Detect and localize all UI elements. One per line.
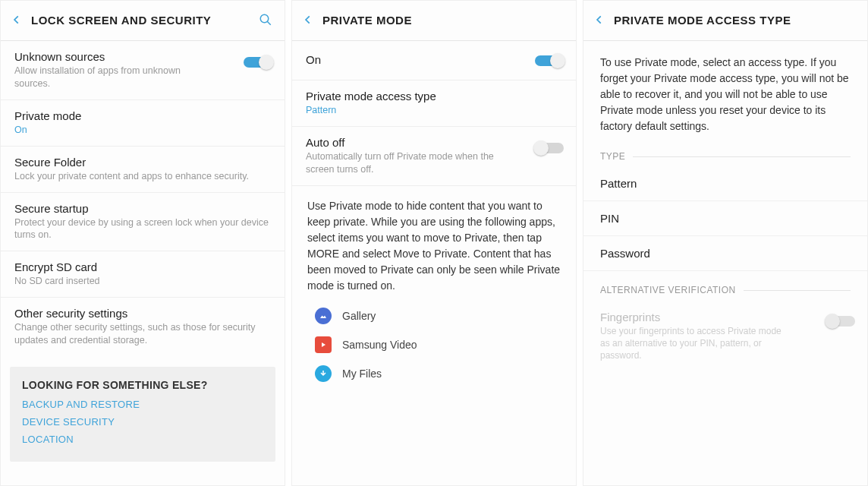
suggestion-title: LOOKING FOR SOMETHING ELSE? — [22, 379, 263, 391]
type-pattern[interactable]: Pattern — [583, 166, 867, 201]
setting-auto-off[interactable]: Auto off Automatically turn off Private … — [292, 127, 576, 186]
section-label: ALTERNATIVE VERIFICATION — [600, 285, 736, 295]
setting-title: Other security settings — [14, 307, 271, 320]
access-type-intro: To use Private mode, select an access ty… — [583, 41, 867, 144]
panel-lock-screen-security: LOCK SCREEN AND SECURITY Unknown sources… — [0, 0, 285, 486]
setting-subtitle: Lock your private content and apps to en… — [14, 170, 271, 183]
back-icon[interactable] — [590, 10, 609, 30]
app-label: My Files — [342, 368, 382, 380]
app-samsung-video: Samsung Video — [292, 330, 561, 359]
page-title: LOCK SCREEN AND SECURITY — [31, 14, 253, 27]
panel-header: PRIVATE MODE ACCESS TYPE — [583, 1, 867, 41]
back-icon[interactable] — [298, 10, 318, 30]
toggle-auto-off[interactable] — [535, 140, 564, 156]
panel-private-mode-access-type: PRIVATE MODE ACCESS TYPE To use Private … — [583, 0, 868, 486]
suggest-link-device-security[interactable]: DEVICE SECURITY — [22, 416, 263, 428]
settings-list: Unknown sources Allow installation of ap… — [1, 41, 285, 462]
app-label: Samsung Video — [342, 339, 417, 351]
suggest-link-location[interactable]: LOCATION — [22, 434, 263, 445]
toggle-unknown-sources[interactable] — [244, 55, 272, 70]
svg-line-1 — [267, 21, 271, 25]
setting-subtitle: Automatically turn off Private mode when… — [306, 150, 503, 176]
setting-title: Encrypt SD card — [14, 260, 271, 273]
setting-subtitle: Allow installation of apps from unknown … — [14, 65, 204, 90]
setting-title: On — [306, 53, 562, 66]
setting-title: Secure Folder — [14, 156, 271, 169]
setting-private-mode[interactable]: Private mode On — [1, 100, 285, 147]
setting-unknown-sources[interactable]: Unknown sources Allow installation of ap… — [1, 41, 285, 100]
setting-fingerprints: Fingerprints Use your fingerprints to ac… — [583, 300, 867, 373]
type-password[interactable]: Password — [583, 236, 867, 271]
setting-subtitle: Change other security settings, such as … — [14, 321, 271, 347]
setting-subtitle: On — [14, 124, 271, 137]
setting-other-security[interactable]: Other security settings Change other sec… — [1, 298, 285, 356]
setting-secure-startup[interactable]: Secure startup Protect your device by us… — [1, 193, 285, 252]
search-icon[interactable] — [257, 11, 274, 28]
type-pin[interactable]: PIN — [583, 201, 867, 236]
setting-subtitle: Use your fingerprints to access Private … — [600, 325, 790, 362]
back-icon[interactable] — [7, 10, 27, 30]
toggle-private-on[interactable] — [535, 53, 564, 68]
app-label: Gallery — [342, 310, 376, 322]
page-title: PRIVATE MODE ACCESS TYPE — [614, 14, 857, 27]
setting-title: Private mode — [14, 109, 271, 122]
setting-subtitle: No SD card inserted — [14, 275, 271, 288]
page-title: PRIVATE MODE — [322, 14, 565, 27]
setting-private-on[interactable]: On — [292, 41, 576, 80]
setting-encrypt-sd-card[interactable]: Encrypt SD card No SD card inserted — [1, 251, 285, 298]
setting-title: Unknown sources — [14, 50, 271, 63]
section-type-header: TYPE — [583, 144, 867, 166]
app-gallery: Gallery — [292, 301, 561, 330]
settings-list: On Private mode access type Pattern Auto… — [292, 41, 576, 388]
setting-title: Secure startup — [14, 202, 271, 215]
suggest-link-backup-restore[interactable]: BACKUP AND RESTORE — [22, 399, 263, 410]
section-label: TYPE — [600, 151, 625, 162]
setting-access-type[interactable]: Private mode access type Pattern — [292, 80, 576, 127]
toggle-fingerprints — [826, 314, 855, 329]
section-alt-verification-header: ALTERNATIVE VERIFICATION — [583, 271, 867, 300]
panel-header: PRIVATE MODE — [292, 1, 576, 41]
panel-private-mode: PRIVATE MODE On Private mode access type… — [291, 0, 577, 486]
setting-secure-folder[interactable]: Secure Folder Lock your private content … — [1, 147, 285, 193]
setting-subtitle: Protect your device by using a screen lo… — [14, 216, 271, 242]
setting-title: Auto off — [306, 136, 562, 149]
setting-title: Fingerprints — [600, 311, 851, 323]
files-icon — [315, 365, 332, 382]
suggestion-card: LOOKING FOR SOMETHING ELSE? BACKUP AND R… — [10, 367, 275, 462]
panel-header: LOCK SCREEN AND SECURITY — [1, 1, 285, 41]
private-mode-description: Use Private mode to hide content that yo… — [292, 186, 576, 301]
svg-marker-2 — [322, 342, 326, 347]
setting-title: Private mode access type — [306, 90, 562, 103]
setting-subtitle: Pattern — [306, 104, 562, 117]
gallery-icon — [315, 308, 332, 324]
svg-point-0 — [260, 14, 269, 23]
video-icon — [315, 336, 332, 353]
app-my-files: My Files — [292, 359, 561, 388]
